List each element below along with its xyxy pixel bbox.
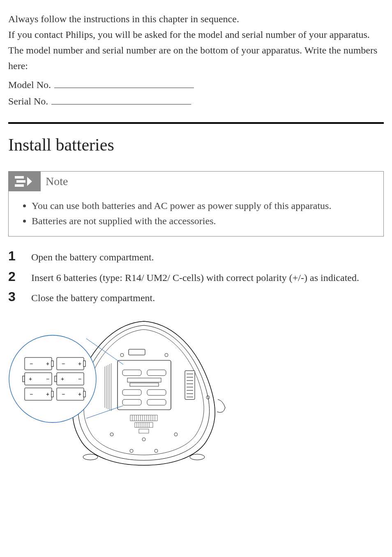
note-item: Batteries are not supplied with the acce… (32, 214, 374, 228)
polarity-label: + (78, 360, 81, 367)
polarity-label: − (62, 391, 65, 397)
model-blank (54, 80, 194, 88)
battery-callout: − + − + + − + − − (9, 335, 96, 422)
svg-rect-2 (15, 184, 24, 187)
svg-rect-67 (23, 376, 25, 382)
svg-rect-66 (83, 361, 85, 367)
serial-label: Serial No. (8, 94, 48, 109)
svg-rect-0 (15, 176, 24, 179)
step-item: 2 Insert 6 batteries (type: R14/ UM2/ C-… (8, 269, 384, 285)
svg-point-59 (190, 454, 205, 460)
divider-rule (8, 122, 384, 124)
polarity-label: − (62, 360, 65, 367)
svg-rect-74 (83, 391, 85, 397)
polarity-label: − (30, 391, 33, 397)
intro-line-2: If you contact Philips, you will be aske… (8, 27, 384, 74)
polarity-label: − (30, 360, 33, 367)
steps-list: 1 Open the battery compartment. 2 Insert… (8, 248, 384, 306)
step-text: Open the battery compartment. (31, 248, 384, 265)
note-box: Note You can use both batteries and AC p… (8, 171, 384, 237)
polarity-label: − (78, 376, 81, 382)
device-body (73, 321, 225, 465)
step-number: 1 (8, 248, 31, 264)
model-label: Model No. (8, 77, 51, 93)
serial-blank (51, 96, 191, 104)
svg-rect-49 (185, 371, 195, 399)
step-number: 3 (8, 289, 31, 304)
note-icon (9, 172, 41, 191)
serial-number-row: Serial No. (8, 94, 384, 109)
svg-rect-72 (51, 391, 53, 397)
note-header: Note (9, 172, 383, 191)
section-heading: Install batteries (8, 131, 384, 158)
intro-line-1: Always follow the instructions in this c… (8, 12, 384, 27)
note-title: Note (41, 172, 68, 191)
step-item: 3 Close the battery compartment. (8, 289, 384, 306)
polarity-label: − (46, 376, 49, 382)
step-text: Close the battery compartment. (31, 289, 384, 306)
svg-point-58 (83, 454, 98, 460)
svg-rect-69 (55, 376, 57, 382)
step-number: 2 (8, 269, 31, 284)
model-number-row: Model No. (8, 77, 384, 93)
battery-diagram: − + − + + − + − − (8, 317, 384, 469)
polarity-label: + (46, 391, 49, 397)
note-item: You can use both batteries and AC power … (32, 199, 374, 213)
svg-rect-1 (16, 180, 25, 183)
polarity-label: + (29, 376, 32, 382)
svg-rect-64 (51, 361, 53, 367)
step-text: Insert 6 batteries (type: R14/ UM2/ C-ce… (31, 269, 384, 285)
polarity-label: + (61, 376, 64, 382)
step-item: 1 Open the battery compartment. (8, 248, 384, 265)
polarity-label: + (78, 391, 81, 397)
polarity-label: + (46, 360, 49, 367)
note-body: You can use both batteries and AC power … (9, 191, 383, 237)
